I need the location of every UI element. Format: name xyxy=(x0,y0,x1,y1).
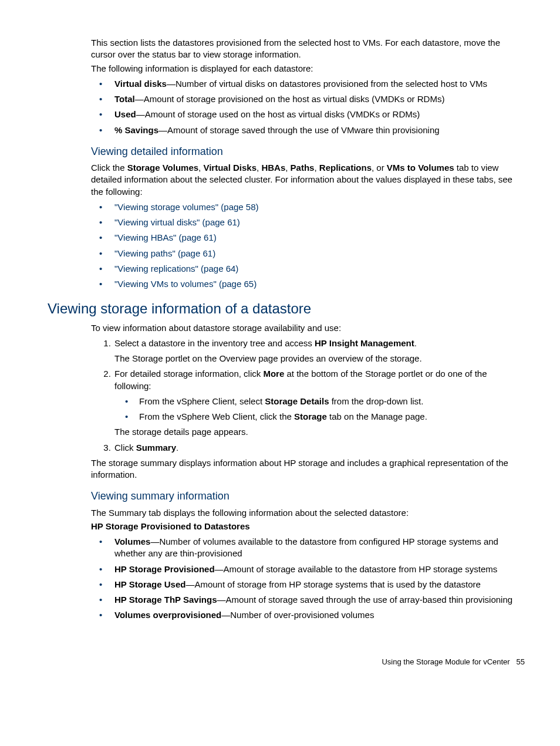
step-2: For detailed storage information, click … xyxy=(113,368,525,438)
summary-bold-title: HP Storage Provisioned to Datastores xyxy=(91,521,525,532)
heading-viewing-storage-datastore: Viewing storage information of a datasto… xyxy=(48,299,525,318)
list-item: HP Storage Provisioned—Amount of storage… xyxy=(91,563,525,575)
step-1-note: The Storage portlet on the Overview page… xyxy=(114,353,525,364)
sub-item: From the vSphere Web Client, click the S… xyxy=(114,411,525,423)
list-item: "Viewing paths" (page 61) xyxy=(91,248,525,259)
step-2-note: The storage details page appears. xyxy=(114,426,525,438)
intro-paragraph-1: This section lists the datastores provis… xyxy=(91,37,525,61)
step-3: Click Summary. xyxy=(113,442,525,454)
list-item: HP Storage Used—Amount of storage from H… xyxy=(91,579,525,590)
list-item: Virtual disks—Number of virtual disks on… xyxy=(91,78,525,90)
h2-intro: To view information about datastore stor… xyxy=(91,322,525,334)
list-item: % Savings—Amount of storage saved throug… xyxy=(91,124,525,136)
link-paths[interactable]: "Viewing paths" (page 61) xyxy=(114,248,215,258)
link-virtual-disks[interactable]: "Viewing virtual disks" (page 61) xyxy=(114,217,240,227)
hp-storage-list: Volumes—Number of volumes available to t… xyxy=(91,536,525,622)
list-item: "Viewing HBAs" (page 61) xyxy=(91,232,525,244)
link-hbas[interactable]: "Viewing HBAs" (page 61) xyxy=(114,232,217,242)
step-1: Select a datastore in the inventory tree… xyxy=(113,337,525,365)
list-item: Volumes overprovisioned—Number of over-p… xyxy=(91,609,525,621)
datastore-info-list: Virtual disks—Number of virtual disks on… xyxy=(91,78,525,136)
list-item: Total—Amount of storage provisioned on t… xyxy=(91,93,525,105)
list-item: HP Storage ThP Savings—Amount of storage… xyxy=(91,594,525,606)
after-steps: The storage summary displays information… xyxy=(91,457,525,481)
list-item: "Viewing VMs to volumes" (page 65) xyxy=(91,278,525,290)
link-vms-volumes[interactable]: "Viewing VMs to volumes" (page 65) xyxy=(114,279,257,289)
step-2-sublist: From the vSphere Client, select Storage … xyxy=(114,396,525,423)
list-item: Used—Amount of storage used on the host … xyxy=(91,109,525,120)
page-footer: Using the Storage Module for vCenter 55 xyxy=(35,657,525,667)
steps-list: Select a datastore in the inventory tree… xyxy=(91,337,525,454)
links-list: "Viewing storage volumes" (page 58) "Vie… xyxy=(91,201,525,291)
page-content: This section lists the datastores provis… xyxy=(91,37,525,622)
list-item: "Viewing replications" (page 64) xyxy=(91,263,525,275)
detail-intro: Click the Storage Volumes, Virtual Disks… xyxy=(91,162,525,198)
list-item: "Viewing virtual disks" (page 61) xyxy=(91,217,525,228)
sub-item: From the vSphere Client, select Storage … xyxy=(114,396,525,407)
list-item: "Viewing storage volumes" (page 58) xyxy=(91,201,525,213)
summary-intro: The Summary tab displays the following i… xyxy=(91,507,525,519)
link-storage-volumes[interactable]: "Viewing storage volumes" (page 58) xyxy=(114,202,259,212)
page-number: 55 xyxy=(517,657,525,666)
intro-paragraph-2: The following information is displayed f… xyxy=(91,63,525,75)
list-item: Volumes—Number of volumes available to t… xyxy=(91,536,525,560)
heading-viewing-summary: Viewing summary information xyxy=(91,489,525,503)
heading-viewing-detailed: Viewing detailed information xyxy=(91,144,525,158)
footer-text: Using the Storage Module for vCenter xyxy=(382,657,510,666)
link-replications[interactable]: "Viewing replications" (page 64) xyxy=(114,264,238,274)
